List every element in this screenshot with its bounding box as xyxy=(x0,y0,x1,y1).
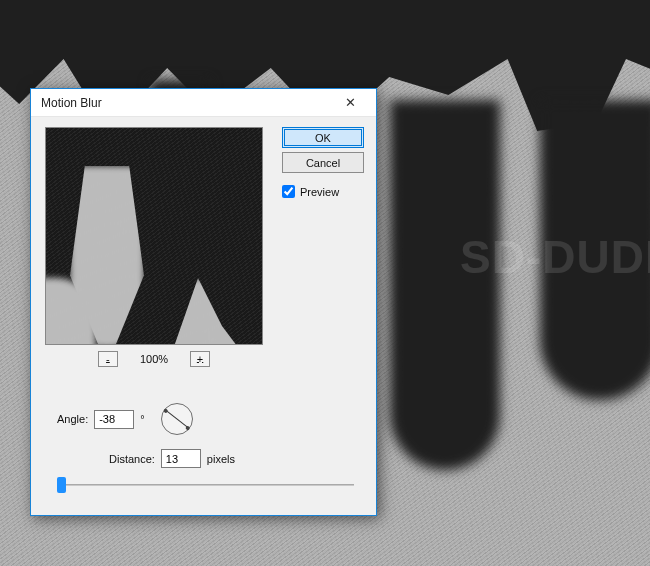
slider-thumb[interactable] xyxy=(57,477,66,493)
close-icon: ✕ xyxy=(345,95,356,110)
zoom-controls: - 100% + xyxy=(45,351,263,367)
effect-preview[interactable] xyxy=(45,127,263,345)
distance-slider[interactable] xyxy=(57,475,354,495)
distance-label: Distance: xyxy=(109,453,155,465)
zoom-out-button[interactable]: - xyxy=(98,351,118,367)
cancel-button[interactable]: Cancel xyxy=(282,152,364,173)
ok-button[interactable]: OK xyxy=(282,127,364,148)
dialog-body: - 100% + OK Cancel Preview Angle: ° Dist… xyxy=(31,117,376,515)
dialog-actions: OK Cancel Preview xyxy=(282,127,364,198)
distance-unit: pixels xyxy=(207,453,235,465)
zoom-in-button[interactable]: + xyxy=(190,351,210,367)
watermark-text: SD-DUDE xyxy=(460,230,650,284)
angle-dial[interactable] xyxy=(161,403,193,435)
ok-label: OK xyxy=(315,132,331,144)
preview-pixels xyxy=(156,278,263,345)
preview-checkbox-label: Preview xyxy=(300,186,339,198)
minus-icon: - xyxy=(106,354,110,365)
angle-row: Angle: ° xyxy=(57,403,193,435)
motion-blur-dialog: Motion Blur ✕ - 100% + OK Cancel Preview… xyxy=(30,88,377,516)
preview-checkbox[interactable] xyxy=(282,185,295,198)
angle-label: Angle: xyxy=(57,413,88,425)
bg-shape xyxy=(390,100,500,470)
slider-track xyxy=(57,484,354,486)
distance-input[interactable] xyxy=(161,449,201,468)
dialog-title: Motion Blur xyxy=(41,96,330,110)
distance-row: Distance: pixels xyxy=(109,449,235,468)
angle-input[interactable] xyxy=(94,410,134,429)
zoom-level: 100% xyxy=(140,353,168,365)
close-button[interactable]: ✕ xyxy=(330,91,370,115)
angle-unit: ° xyxy=(140,413,144,425)
plus-icon: + xyxy=(197,354,203,365)
preview-checkbox-row[interactable]: Preview xyxy=(282,185,364,198)
angle-needle xyxy=(165,410,188,428)
dialog-titlebar[interactable]: Motion Blur ✕ xyxy=(31,89,376,117)
cancel-label: Cancel xyxy=(306,157,340,169)
